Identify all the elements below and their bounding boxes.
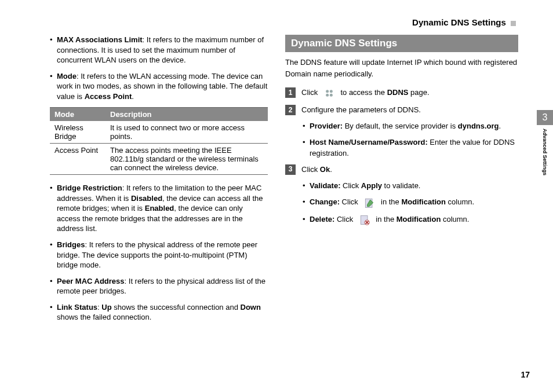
bullet-label: Link Status bbox=[57, 303, 97, 312]
bold-text: Apply bbox=[361, 181, 382, 190]
cell-mode: Access Point bbox=[50, 144, 105, 175]
step-body: Click to access the DDNS page. bbox=[301, 87, 518, 99]
page-header-right: Dynamic DNS Settings bbox=[412, 17, 518, 27]
table-row: Access Point The access points meeting t… bbox=[50, 144, 268, 175]
sub-label: Host Name/Username/Password: bbox=[310, 138, 428, 146]
bold-text: Disabled bbox=[131, 194, 162, 203]
action-item: Change: Click in the Modification column… bbox=[303, 197, 518, 208]
bullets-bottom: Bridge Restriction: It refers to the lim… bbox=[50, 183, 268, 323]
left-column: MAX Associations Limit: It refers to the… bbox=[35, 35, 268, 328]
chapter-label: Advanced Settings bbox=[542, 125, 548, 175]
cell-desc: The access points meeting the IEEE 802.1… bbox=[105, 144, 268, 175]
table-row: Wireless Bridge It is used to connect tw… bbox=[50, 121, 268, 144]
section-title: Dynamic DNS Settings bbox=[285, 35, 518, 52]
bold-text: Down bbox=[241, 303, 261, 312]
step2-sublist: Provider: By default, the service provid… bbox=[303, 121, 518, 159]
step3-after: . bbox=[330, 165, 332, 174]
action-item: Delete: Click in the Modification column… bbox=[303, 214, 518, 226]
sub-after: . bbox=[499, 122, 501, 130]
ddns-nav-icon bbox=[323, 87, 335, 99]
bullet-label: Bridges bbox=[57, 240, 85, 249]
bold-text: Enabled bbox=[145, 204, 174, 213]
action-label: Change: bbox=[310, 198, 340, 207]
svg-point-0 bbox=[326, 90, 329, 93]
action-label: Validate: bbox=[310, 181, 340, 190]
svg-point-1 bbox=[330, 90, 333, 93]
actions-list: Validate: Click Apply to validate.Change… bbox=[303, 181, 518, 226]
edit-icon bbox=[363, 197, 375, 208]
svg-point-3 bbox=[330, 94, 333, 97]
sub-bold: dyndns.org bbox=[458, 122, 499, 130]
step2-text: Configure the parameters of DDNS. bbox=[301, 105, 421, 114]
bold-text: Modification bbox=[401, 198, 446, 207]
bullet-trail-after: . bbox=[132, 92, 134, 101]
bullet-label: Bridge Restriction bbox=[57, 184, 122, 192]
bullet-label: Peer MAC Address bbox=[57, 277, 125, 285]
bullets-top: MAX Associations Limit: It refers to the… bbox=[50, 35, 268, 101]
intro-text: The DDNS feature will update Internet IP… bbox=[285, 57, 518, 79]
step1-bold: DDNS bbox=[387, 88, 409, 97]
side-tab: 3 Advanced Settings bbox=[537, 110, 553, 175]
bullet-label: Mode bbox=[57, 72, 77, 80]
bullet-item: Link Status: Up shows the successful con… bbox=[50, 302, 268, 323]
bullet-item: Bridges: It refers to the physical addre… bbox=[50, 240, 268, 270]
step3-pre: Click bbox=[301, 165, 320, 174]
table-header-row: Mode Description bbox=[50, 108, 268, 122]
step1-postb: page. bbox=[408, 88, 429, 97]
sub-host: Host Name/Username/Password: Enter the v… bbox=[303, 137, 518, 158]
chapter-number: 3 bbox=[537, 110, 553, 125]
action-label: Delete: bbox=[310, 215, 334, 224]
step-1: 1 Click to access the DDNS page. bbox=[285, 87, 518, 99]
cell-desc: It is used to connect two or more access… bbox=[105, 121, 268, 144]
th-desc: Description bbox=[105, 108, 268, 122]
step-2: 2 Configure the parameters of DDNS. bbox=[285, 105, 518, 115]
bullet-label: MAX Associations Limit bbox=[57, 35, 143, 44]
right-column: Dynamic DNS Settings The DDNS feature wi… bbox=[285, 35, 518, 328]
sub-label: Provider: bbox=[310, 122, 343, 130]
bullet-trail-bold: Access Point bbox=[85, 92, 132, 101]
header-title: Dynamic DNS Settings bbox=[412, 17, 506, 27]
step-badge: 1 bbox=[285, 87, 296, 98]
bold-text: Modification bbox=[396, 215, 441, 224]
bullet-mode: Mode: It refers to the WLAN accessing mo… bbox=[50, 71, 268, 102]
step-body: Configure the parameters of DDNS. bbox=[301, 105, 518, 115]
step-badge: 2 bbox=[285, 105, 296, 115]
action-item: Validate: Click Apply to validate. bbox=[303, 181, 518, 191]
bold-text: Up bbox=[101, 303, 111, 312]
mode-table: Mode Description Wireless Bridge It is u… bbox=[50, 107, 268, 175]
step1-posta: to access the bbox=[340, 88, 387, 97]
bullet-max-assoc: MAX Associations Limit: It refers to the… bbox=[50, 35, 268, 65]
step-3: 3 Click Ok. bbox=[285, 164, 518, 175]
bullet-item: Bridge Restriction: It refers to the lim… bbox=[50, 183, 268, 234]
svg-point-2 bbox=[326, 94, 329, 97]
th-mode: Mode bbox=[50, 108, 105, 122]
step1-pre: Click bbox=[301, 88, 318, 97]
sub-text: By default, the service provider is bbox=[343, 122, 458, 130]
cell-mode: Wireless Bridge bbox=[50, 121, 105, 144]
page-number: 17 bbox=[521, 370, 530, 379]
header-square-icon bbox=[511, 21, 516, 26]
sub-provider: Provider: By default, the service provid… bbox=[303, 121, 518, 131]
step-body: Click Ok. bbox=[301, 164, 518, 175]
bullet-item: Peer MAC Address: It refers to the physi… bbox=[50, 276, 268, 296]
delete-icon bbox=[359, 214, 370, 226]
step-badge: 3 bbox=[285, 164, 296, 175]
step3-bold: Ok bbox=[320, 165, 330, 174]
